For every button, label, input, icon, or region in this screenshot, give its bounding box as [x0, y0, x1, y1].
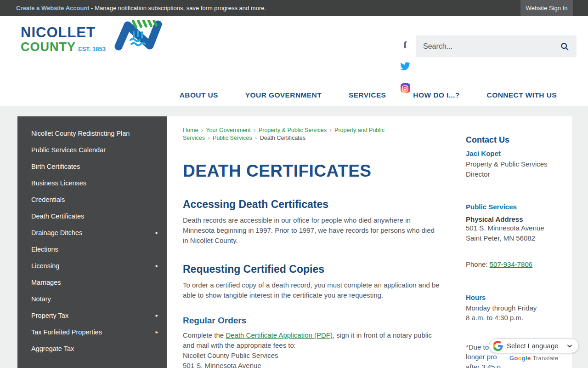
sidebar-item-licensing[interactable]: Licensing► [17, 258, 167, 274]
search-input[interactable] [423, 42, 560, 51]
breadcrumb-your-government[interactable]: Your Government [206, 127, 251, 133]
breadcrumb-current: Death Certificates [260, 135, 305, 141]
google-wordmark: g [522, 355, 526, 362]
public-services-link[interactable]: Public Services [466, 203, 567, 211]
breadcrumb: Home › Your Government › Property & Publ… [183, 126, 385, 142]
topbar-spacer [573, 0, 588, 16]
phone-number-link[interactable]: 507-934-7806 [490, 260, 532, 268]
google-wordmark: o [514, 355, 518, 362]
hours-title: Hours [466, 293, 567, 301]
top-utility-bar: Create a Website Account - Manage notifi… [0, 0, 588, 16]
search-icon[interactable] [560, 42, 569, 51]
logo-text-nicollet: NICOLLET [21, 25, 106, 40]
mail-address-line: 501 S. Minnesota Avenue [183, 361, 441, 368]
sidebar-item-death-certificates[interactable]: Death Certificates [17, 208, 167, 224]
nav-about-us[interactable]: ABOUT US [180, 91, 218, 99]
sidebar-item-public-services-calendar[interactable]: Public Services Calendar [17, 142, 167, 158]
county-logo[interactable]: NICOLLET COUNTY EST. 1853 [21, 23, 164, 56]
sidebar-item-label: Property Tax [31, 311, 68, 320]
submenu-arrow-icon: ► [155, 328, 159, 336]
translate-word: Translate [532, 355, 558, 362]
breadcrumb-separator: › [255, 135, 257, 141]
contact-us-title: Contact Us [466, 135, 567, 145]
nav-connect-with-us[interactable]: CONNECT WITH US [487, 91, 557, 99]
breadcrumb-public-services[interactable]: Public Services [213, 135, 252, 141]
contact-person-role: Property & Public Services [466, 159, 567, 169]
complexity-note-line: after 3:45 p [466, 362, 567, 368]
sidebar-item-birth-certificates[interactable]: Birth Certificates [17, 158, 167, 175]
sidebar-item-business-licenses[interactable]: Business Licenses [17, 175, 167, 191]
twitter-icon[interactable] [400, 62, 410, 72]
breadcrumb-separator: › [329, 127, 331, 133]
sidebar-item-label: Tax Forfeited Properties [31, 328, 102, 336]
create-account-link[interactable]: Create a Website Account [16, 5, 90, 12]
google-wordmark: o [518, 355, 522, 362]
site-header: NICOLLET COUNTY EST. 1853 [0, 16, 588, 106]
nav-your-government[interactable]: YOUR GOVERNMENT [245, 91, 322, 99]
physical-address-line: Saint Peter, MN 56082 [466, 233, 567, 243]
website-sign-in-button[interactable]: Website Sign In [520, 0, 573, 16]
section-requesting-body: To order a certified copy of a death rec… [183, 280, 441, 300]
sidebar-item-label: Notary [31, 295, 51, 303]
sidebar-item-label: Credentials [31, 196, 65, 204]
nav-services[interactable]: SERVICES [349, 91, 386, 99]
google-wordmark: G [509, 355, 514, 362]
section-accessing-title: Accessing Death Certificates [183, 198, 441, 211]
hours-line: 8 a.m. to 4:30 p.m. [466, 313, 567, 323]
sidebar-item-tax-forfeited-properties[interactable]: Tax Forfeited Properties► [17, 324, 167, 340]
regular-orders-prefix: Complete the [183, 331, 226, 339]
contact-sidebar: Contact Us Jaci Kopet Property & Public … [455, 124, 572, 368]
nav-how-do-i[interactable]: HOW DO I...? [413, 91, 459, 99]
main-navigation: ABOUT US YOUR GOVERNMENT SERVICES HOW DO… [180, 85, 557, 106]
submenu-arrow-icon: ► [155, 229, 159, 237]
sidebar-item-label: Elections [31, 245, 58, 253]
main-content: Home › Your Government › Property & Publ… [167, 116, 455, 368]
sidebar-item-label: Drainage Ditches [31, 229, 82, 237]
section-regular-orders-title: Regular Orders [183, 316, 441, 326]
search-bar [416, 35, 577, 57]
sidebar-item-label: Nicollet County Redistricting Plan [31, 129, 130, 138]
account-tagline: - Manage notification subscriptions, sav… [90, 5, 266, 12]
logo-text-county: COUNTY [21, 41, 76, 53]
sidebar-item-elections[interactable]: Elections [17, 241, 167, 258]
select-language-dropdown[interactable]: Select Language [489, 338, 579, 353]
breadcrumb-property-public-services[interactable]: Property & Public Services [259, 127, 327, 133]
county-logo-mark-icon [112, 20, 164, 56]
sidebar-item-notary[interactable]: Notary [17, 291, 167, 307]
breadcrumb-separator: › [201, 127, 203, 133]
sidebar-item-drainage-ditches[interactable]: Drainage Ditches► [17, 224, 167, 241]
section-regular-orders-body: Complete the Death Certificate Applicati… [183, 330, 441, 351]
submenu-arrow-icon: ► [155, 311, 159, 320]
section-requesting-title: Requesting Certified Copies [183, 263, 441, 276]
breadcrumb-separator: › [254, 127, 255, 133]
contact-person-link[interactable]: Jaci Kopet [466, 150, 567, 157]
account-promo: Create a Website Account - Manage notifi… [0, 5, 266, 12]
sidebar-item-aggregate-tax[interactable]: Aggregate Tax [17, 340, 167, 357]
mail-address-line: Nicollet County Public Services [183, 351, 441, 361]
sidebar-item-label: Marriages [31, 278, 61, 287]
sidebar-item-label: Business Licenses [31, 179, 86, 187]
select-language-label: Select Language [507, 342, 566, 350]
death-certificate-application-pdf-link[interactable]: Death Certificate Application (PDF) [226, 331, 333, 339]
facebook-icon[interactable]: f [403, 39, 407, 51]
breadcrumb-separator: › [208, 135, 209, 141]
left-side-navigation: Nicollet County Redistricting Plan Publi… [17, 116, 167, 368]
sidebar-item-marriages[interactable]: Marriages [17, 274, 167, 291]
chevron-down-icon [566, 343, 573, 349]
section-accessing-body: Death records are accessible in our offi… [183, 215, 441, 246]
logo-text-est: EST. 1853 [78, 46, 106, 52]
breadcrumb-home[interactable]: Home [183, 127, 198, 133]
sidebar-item-label: Birth Certificates [31, 162, 80, 171]
sidebar-item-label: Aggregate Tax [31, 345, 74, 353]
physical-address-line: 501 S. Minnesota Avenue [466, 223, 567, 233]
sidebar-item-credentials[interactable]: Credentials [17, 191, 167, 208]
sidebar-item-label: Licensing [31, 262, 59, 270]
hours-line: Monday through Friday [466, 303, 567, 313]
physical-address-label: Physical Address [466, 215, 567, 223]
submenu-arrow-icon: ► [155, 262, 159, 270]
sidebar-item-property-tax[interactable]: Property Tax► [17, 307, 167, 324]
phone-label: Phone: [466, 260, 490, 268]
sidebar-item-redistricting-plan[interactable]: Nicollet County Redistricting Plan [17, 125, 167, 142]
sidebar-item-label: Public Services Calendar [31, 146, 106, 154]
google-translate-widget: Select Language GoogleTranslate [489, 338, 579, 362]
